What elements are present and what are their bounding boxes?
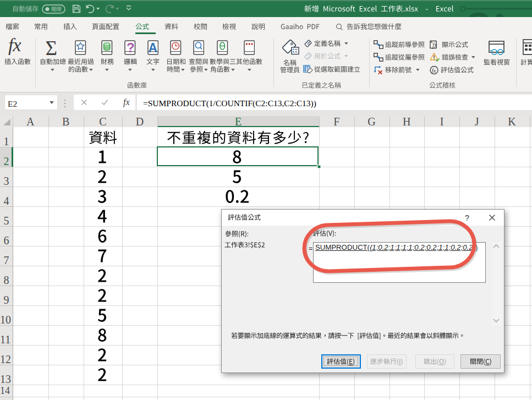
- svg-text:fx: fx: [432, 67, 436, 74]
- svg-text:fx: fx: [432, 41, 437, 49]
- svg-text:fx: fx: [306, 54, 310, 59]
